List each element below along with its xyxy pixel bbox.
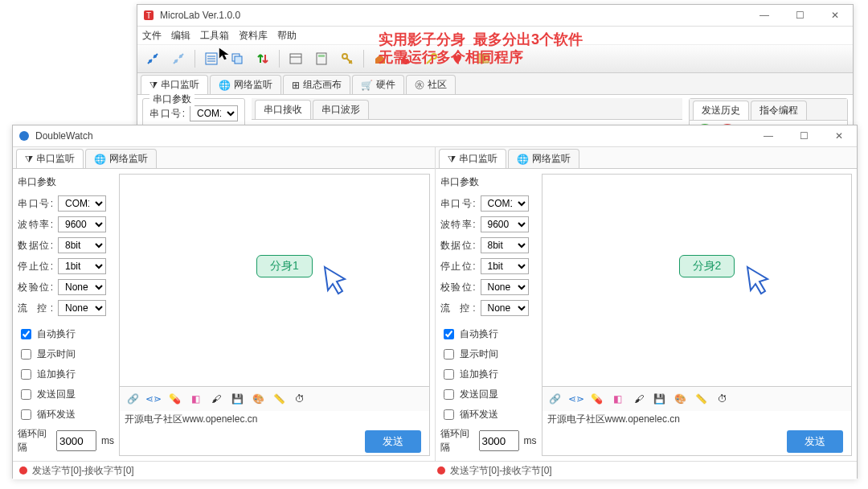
pane-1: ⧩串口监听 🌐网络监听 串口参数 串口号:COM10 波特率:9600 数据位:… [13, 147, 436, 461]
parity-select[interactable]: None [58, 279, 106, 295]
subtab-send-history[interactable]: 发送历史 [693, 101, 749, 120]
tab-label: 硬件 [376, 78, 395, 92]
menu-library[interactable]: 资料库 [239, 29, 268, 43]
check-appendlf[interactable]: 追加换行 [18, 367, 114, 382]
minimize-button[interactable]: — [747, 5, 782, 26]
tool-brush-icon[interactable]: 🖌 [629, 389, 649, 409]
microlab-window: T MicroLab Ver.1.0.0 — ☐ ✕ 文件 编辑 工具箱 资料库… [137, 4, 854, 126]
stop-select[interactable]: 1bit [58, 258, 106, 274]
loop-interval-input[interactable] [56, 430, 96, 451]
tab-serial-monitor[interactable]: ⧩串口监听 [16, 149, 84, 168]
appendlf-checkbox[interactable] [444, 369, 454, 380]
tab-network-monitor[interactable]: 🌐网络监听 [508, 149, 579, 168]
doublewatch-titlebar[interactable]: DoubleWatch — ☐ ✕ [13, 125, 857, 147]
baud-select[interactable]: 9600 [58, 216, 106, 232]
svg-point-5 [179, 55, 182, 58]
loopsend-checkbox[interactable] [21, 409, 31, 420]
maximize-button[interactable]: ☐ [782, 5, 817, 26]
sendecho-checkbox[interactable] [444, 389, 454, 400]
baud-select[interactable]: 9600 [481, 216, 529, 232]
tab-scada-canvas[interactable]: ⊞组态画布 [283, 75, 350, 94]
appendlf-checkbox[interactable] [21, 369, 31, 380]
menu-file[interactable]: 文件 [142, 29, 162, 43]
tool-code-icon[interactable]: ⋖⋗ [144, 389, 163, 409]
check-loopsend[interactable]: 循环发送 [18, 407, 114, 422]
menu-edit[interactable]: 编辑 [171, 29, 190, 43]
tool-link-icon[interactable]: 🔗 [123, 389, 142, 409]
tool-ruler-icon[interactable]: 📏 [269, 389, 289, 409]
data-select[interactable]: 8bit [481, 237, 529, 253]
tool-ruler-icon[interactable]: 📏 [692, 389, 711, 409]
tool-pill-icon[interactable]: 💊 [165, 389, 184, 409]
loopsend-checkbox[interactable] [444, 409, 454, 420]
port-select[interactable]: COM10 [190, 105, 238, 121]
check-sendecho[interactable]: 发送回显 [440, 387, 537, 402]
showtime-checkbox[interactable] [444, 349, 454, 360]
check-autowrap[interactable]: 自动换行 [440, 327, 537, 342]
port-select[interactable]: COM10 [481, 195, 529, 212]
tool-eraser-icon[interactable]: ◧ [608, 389, 628, 409]
send-button[interactable]: 发送 [787, 430, 843, 453]
parity-select[interactable]: None [481, 279, 529, 295]
showtime-checkbox[interactable] [21, 349, 31, 360]
close-button[interactable]: ✕ [817, 5, 853, 26]
check-loopsend[interactable]: 循环发送 [440, 407, 537, 422]
status-text: 发送字节[0]-接收字节[0] [450, 464, 552, 478]
check-appendlf[interactable]: 追加换行 [440, 367, 537, 382]
minimize-button[interactable]: — [751, 125, 786, 146]
tab-serial-monitor[interactable]: ⧩串口监听 [439, 149, 506, 168]
tool-updown-icon[interactable] [251, 47, 275, 71]
pane-2: ⧩串口监听 🌐网络监听 串口参数 串口号:COM10 波特率:9600 数据位:… [436, 147, 858, 461]
subtab-serial-recv[interactable]: 串口接收 [255, 100, 311, 119]
tool-save-icon[interactable]: 💾 [227, 389, 247, 409]
sendecho-checkbox[interactable] [21, 389, 31, 400]
tool-clock-icon[interactable]: ⏱ [290, 389, 309, 409]
doublewatch-app-icon [18, 129, 31, 142]
tab-label: 网络监听 [234, 78, 272, 92]
tool-eraser-icon[interactable]: ◧ [186, 389, 205, 409]
tool-save-icon[interactable]: 💾 [650, 389, 669, 409]
close-button[interactable]: ✕ [821, 125, 857, 146]
tool-calc-icon[interactable] [309, 47, 334, 71]
tool-key-icon[interactable] [335, 47, 359, 71]
menu-toolbox[interactable]: 工具箱 [200, 29, 229, 43]
tab-network-monitor[interactable]: 🌐网络监听 [210, 75, 281, 94]
tool-clock-icon[interactable]: ⏱ [713, 389, 732, 409]
microlab-titlebar[interactable]: T MicroLab Ver.1.0.0 — ☐ ✕ [137, 5, 853, 27]
check-sendecho[interactable]: 发送回显 [18, 387, 114, 402]
subtab-label: 发送历史 [702, 104, 740, 117]
tab-serial-monitor[interactable]: ⧩串口监听 [141, 75, 208, 94]
svg-text:T: T [146, 11, 151, 20]
tool-connect-icon[interactable] [141, 47, 165, 71]
tool-palette-icon[interactable]: 🎨 [671, 389, 690, 409]
menu-help[interactable]: 帮助 [277, 29, 297, 43]
loop-interval-input[interactable] [479, 430, 519, 451]
stop-select[interactable]: 1bit [481, 258, 529, 274]
subtab-cmd-program[interactable]: 指令编程 [751, 101, 807, 120]
check-showtime[interactable]: 显示时间 [18, 347, 114, 362]
tab-network-monitor[interactable]: 🌐网络监听 [85, 149, 157, 168]
autowrap-checkbox[interactable] [21, 329, 31, 339]
flow-label: 流 控: [18, 302, 53, 315]
tool-pill-icon[interactable]: 💊 [588, 389, 607, 409]
tool-link-icon[interactable]: 🔗 [546, 389, 565, 409]
check-showtime[interactable]: 显示时间 [440, 347, 537, 362]
tab-hardware[interactable]: 🛒硬件 [352, 75, 404, 94]
tool-connect2-icon[interactable] [166, 47, 190, 71]
flow-select[interactable]: None [481, 300, 529, 316]
send-button[interactable]: 发送 [365, 430, 421, 453]
autowrap-checkbox[interactable] [444, 329, 454, 339]
port-label: 串口号: [440, 197, 476, 211]
flow-select[interactable]: None [58, 300, 106, 316]
tab-community[interactable]: ㊌社区 [406, 75, 456, 94]
tool-calendar-icon[interactable] [284, 47, 308, 71]
tab-label: 网络监听 [109, 152, 148, 166]
tool-code-icon[interactable]: ⋖⋗ [567, 389, 586, 409]
tool-palette-icon[interactable]: 🎨 [248, 389, 268, 409]
data-select[interactable]: 8bit [58, 237, 106, 253]
port-select[interactable]: COM10 [58, 195, 106, 212]
maximize-button[interactable]: ☐ [786, 125, 821, 146]
subtab-serial-wave[interactable]: 串口波形 [313, 100, 369, 119]
check-autowrap[interactable]: 自动换行 [18, 327, 114, 342]
tool-brush-icon[interactable]: 🖌 [207, 389, 226, 409]
